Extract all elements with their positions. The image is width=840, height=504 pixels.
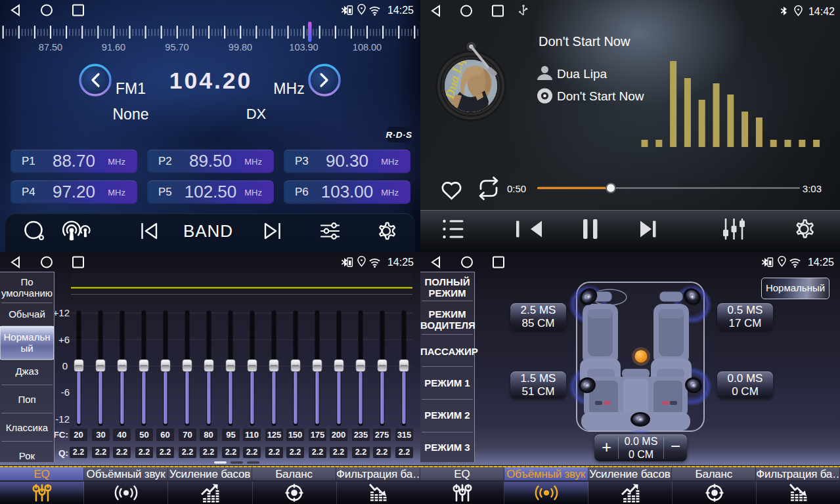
- svg-text:99.80: 99.80: [229, 42, 252, 52]
- svg-text:0:50: 0:50: [507, 183, 526, 194]
- svg-text:14:25: 14:25: [387, 257, 414, 268]
- svg-text:95.70: 95.70: [165, 42, 188, 52]
- svg-text:Don't Start Now: Don't Start Now: [557, 89, 644, 103]
- svg-text:-12: -12: [55, 413, 70, 425]
- svg-text:+6: +6: [58, 334, 70, 345]
- svg-text:3:03: 3:03: [803, 183, 822, 194]
- svg-text:Don't Start Now: Don't Start Now: [539, 34, 630, 49]
- svg-text:MHz: MHz: [273, 80, 304, 97]
- svg-text:14:25: 14:25: [808, 257, 834, 268]
- svg-text:None: None: [113, 106, 149, 123]
- svg-text:91.60: 91.60: [102, 42, 125, 52]
- svg-text:-6: -6: [61, 387, 70, 398]
- svg-text:R·D·S: R·D·S: [386, 130, 412, 140]
- svg-text:Q:: Q:: [58, 448, 68, 458]
- svg-text:87.50: 87.50: [39, 42, 62, 52]
- svg-text:14:25: 14:25: [387, 5, 414, 16]
- svg-text:14:42: 14:42: [808, 6, 835, 17]
- svg-text:103.90: 103.90: [289, 42, 318, 52]
- svg-text:108.00: 108.00: [353, 42, 382, 52]
- svg-text:Dua Lipa: Dua Lipa: [557, 67, 607, 81]
- svg-text:104.20: 104.20: [169, 68, 253, 94]
- svg-text:DX: DX: [246, 106, 267, 122]
- svg-text:BAND: BAND: [183, 221, 233, 241]
- svg-text:FM1: FM1: [116, 80, 146, 97]
- svg-text:+12: +12: [53, 307, 70, 318]
- svg-text:0: 0: [62, 360, 68, 371]
- svg-text:FC:: FC:: [54, 430, 69, 440]
